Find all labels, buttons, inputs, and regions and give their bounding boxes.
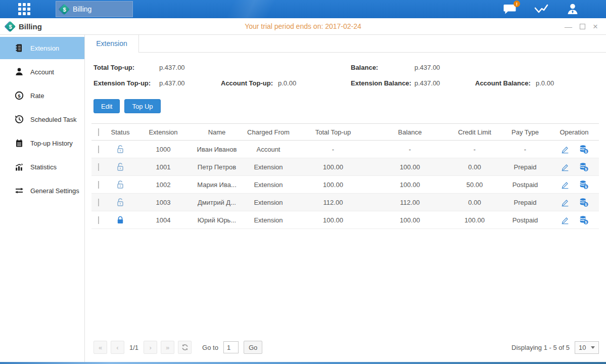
svg-text:$: $ — [18, 93, 21, 99]
edit-button[interactable]: Edit — [94, 99, 120, 113]
window-title: Billing — [19, 22, 42, 31]
top-up-extension-icon[interactable]: $ — [579, 145, 588, 154]
balance-value: p.437.00 — [414, 64, 475, 71]
lock-open-icon — [116, 180, 124, 189]
extension-cell: 1002 — [135, 181, 192, 189]
user-account-icon[interactable] — [566, 3, 580, 16]
sidebar-item-label: Scheduled Task — [30, 116, 77, 123]
top-up-extension-icon[interactable]: $ — [579, 215, 588, 224]
page-size-select[interactable]: 10 — [575, 341, 599, 354]
tab-strip-filler — [139, 35, 606, 53]
first-page-button[interactable]: « — [94, 341, 107, 354]
sidebar-item-rate[interactable]: $ Rate — [0, 84, 84, 107]
lock-open-icon — [116, 198, 124, 207]
total-topup-cell: - — [295, 146, 371, 153]
operation-cell: $ — [549, 215, 599, 224]
top-up-extension-icon[interactable]: $ — [579, 198, 588, 207]
sliders-icon — [15, 186, 24, 195]
trial-period-notice: Your trial period ends on: 2017-02-24 — [0, 22, 606, 30]
next-page-button[interactable]: › — [144, 341, 157, 354]
last-page-button[interactable]: » — [161, 341, 174, 354]
extension-topup-value: p.437.00 — [159, 79, 221, 87]
credit-limit-cell: 0.00 — [448, 163, 501, 171]
minimize-button[interactable]: — — [565, 23, 572, 30]
status-cell — [106, 198, 135, 207]
svg-text:$: $ — [585, 167, 587, 171]
lock-open-icon — [116, 162, 124, 171]
name-cell: Петр Петров — [192, 163, 242, 171]
row-checkbox[interactable] — [98, 146, 99, 153]
operation-cell: $ — [549, 145, 599, 154]
edit-extension-icon[interactable] — [561, 198, 569, 207]
close-button[interactable]: × — [593, 22, 598, 31]
billing-app-tab-label: Billing — [73, 5, 91, 13]
total-topup-cell: 112.00 — [295, 199, 371, 206]
sidebar-item-topup-history[interactable]: Top-up History — [0, 132, 84, 154]
tab-extension[interactable]: Extension — [85, 35, 139, 53]
operation-cell: $ — [549, 162, 599, 171]
extension-cell: 1000 — [135, 146, 192, 153]
sidebar-item-label: Top-up History — [30, 140, 73, 147]
col-operation: Operation — [549, 128, 599, 136]
pagination-bar: « ‹ 1/1 › » Go to Go Displaying — [85, 336, 606, 362]
reports-chart-icon[interactable] — [534, 3, 548, 16]
sidebar-item-general-settings[interactable]: General Settings — [0, 179, 84, 202]
table-row: 1003 Дмитрий Д... Extension 112.00 112.0… — [91, 194, 599, 211]
top-up-extension-icon[interactable]: $ — [579, 180, 588, 189]
edit-extension-icon[interactable] — [561, 180, 569, 189]
balance-cell: 112.00 — [371, 199, 448, 206]
account-topup-value: p.0.00 — [278, 79, 351, 87]
sidebar-item-scheduled-task[interactable]: Scheduled Task — [0, 108, 84, 130]
extension-balance-value: p.437.00 — [414, 79, 475, 87]
ledger-icon — [15, 43, 24, 53]
table-row: 1004 Юрий Юрь... Extension 100.00 100.00… — [91, 211, 599, 229]
history-clock-icon — [15, 115, 24, 124]
sidebar-item-label: Account — [30, 68, 54, 76]
notification-badge: ! — [514, 1, 520, 7]
pay-type-cell: - — [501, 146, 549, 153]
top-up-extension-icon[interactable]: $ — [579, 162, 588, 171]
maximize-button[interactable] — [580, 24, 585, 29]
extension-balance-label: Extension Balance: — [351, 79, 414, 87]
top-up-button[interactable]: Top Up — [124, 99, 160, 113]
svg-text:$: $ — [585, 203, 587, 207]
row-checkbox[interactable] — [98, 199, 99, 206]
row-checkbox[interactable] — [98, 181, 99, 189]
lock-open-icon — [116, 145, 124, 154]
charged-from-cell: Extension — [242, 163, 295, 171]
row-checkbox[interactable] — [98, 216, 99, 224]
balance-cell: - — [371, 146, 448, 153]
account-topup-label: Account Top-up: — [221, 79, 278, 87]
balance-cell: 100.00 — [371, 163, 448, 171]
prev-page-button[interactable]: ‹ — [111, 341, 124, 354]
messages-icon[interactable]: ! — [503, 3, 517, 16]
col-total-topup: Total Top-up — [295, 128, 371, 136]
col-credit-limit: Credit Limit — [448, 128, 501, 136]
billing-dollar-diamond-icon: $ — [5, 21, 16, 31]
goto-page-input[interactable] — [223, 341, 239, 353]
select-all-checkbox[interactable] — [98, 128, 99, 136]
sidebar-item-extension[interactable]: Extension — [0, 37, 84, 59]
credit-limit-cell: 0.00 — [448, 199, 501, 206]
table-header-row: Status Extension Name Charged From Total… — [91, 123, 599, 141]
app-launcher-grid-icon[interactable] — [18, 3, 30, 15]
go-button[interactable]: Go — [244, 341, 262, 354]
sidebar-item-label: Extension — [30, 44, 59, 52]
charged-from-cell: Extension — [242, 216, 295, 224]
edit-extension-icon[interactable] — [561, 216, 569, 224]
refresh-button[interactable] — [178, 341, 192, 354]
row-checkbox[interactable] — [98, 163, 99, 171]
edit-extension-icon[interactable] — [561, 145, 569, 154]
sidebar-item-statistics[interactable]: Statistics — [0, 156, 84, 178]
sidebar-item-account[interactable]: Account — [0, 61, 84, 83]
edit-extension-icon[interactable] — [561, 163, 569, 171]
sidebar-item-label: General Settings — [30, 187, 79, 195]
tab-strip: Extension — [85, 35, 606, 53]
name-cell: Мария Ива... — [192, 181, 242, 189]
extension-cell: 1004 — [135, 216, 192, 224]
top-app-bar: $ Billing ! — [0, 0, 606, 18]
page-size-value: 10 — [579, 344, 586, 351]
billing-app-tab[interactable]: $ Billing — [56, 1, 133, 17]
window-title-bar: $ Billing Your trial period ends on: 201… — [0, 18, 606, 35]
extension-topup-label: Extension Top-up: — [94, 79, 159, 87]
